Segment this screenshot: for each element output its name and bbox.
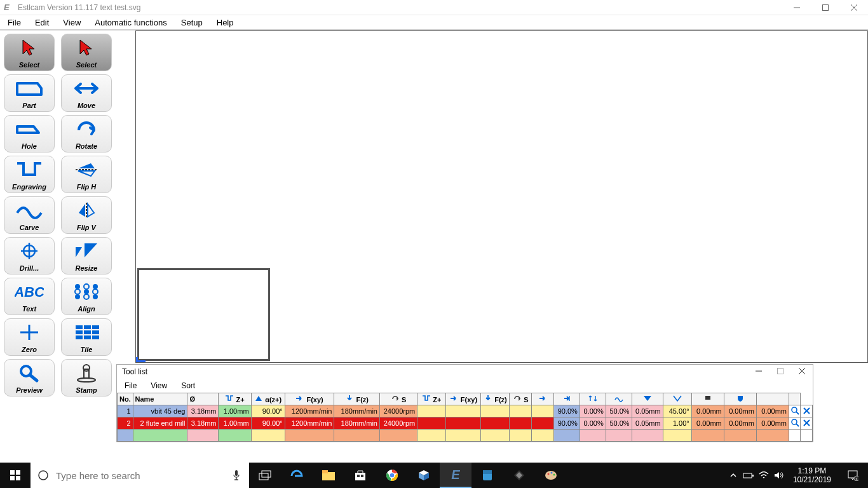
table-cell[interactable] (251, 430, 285, 442)
cortana-icon[interactable] (31, 470, 56, 481)
tool-part[interactable]: Part (4, 74, 55, 112)
table-cell[interactable] (532, 417, 554, 430)
start-button[interactable] (0, 463, 31, 488)
hdr-icon-vbit2[interactable] (663, 393, 691, 405)
minimize-button[interactable] (782, 0, 811, 15)
table-cell[interactable] (756, 430, 789, 442)
tool-align[interactable]: Align (61, 278, 112, 315)
hdr-s2[interactable]: S (510, 393, 532, 405)
tray-chevron-up-icon[interactable] (726, 471, 741, 479)
tool-select[interactable]: Select (4, 34, 55, 71)
mic-icon[interactable] (224, 470, 249, 481)
table-cell[interactable] (446, 430, 481, 442)
table-cell[interactable] (481, 430, 510, 442)
tray-volume-icon[interactable] (771, 471, 787, 480)
menu-help[interactable]: Help (217, 18, 234, 27)
hdr-diameter[interactable]: Ø (187, 393, 219, 405)
table-cell[interactable]: 90.0% (553, 417, 580, 430)
hdr-angle[interactable]: α(z+) (251, 393, 285, 405)
tray-wifi-icon[interactable] (756, 471, 771, 479)
tool-resize[interactable]: Resize (61, 237, 112, 274)
tool-carve[interactable]: Carve (4, 196, 55, 234)
table-cell[interactable]: 2 flute end mill (133, 417, 187, 430)
tray-battery-icon[interactable] (741, 471, 756, 479)
table-cell[interactable] (801, 430, 813, 442)
table-cell[interactable] (219, 430, 251, 442)
tool-zero[interactable]: Zero (4, 318, 55, 356)
table-cell[interactable] (334, 430, 380, 442)
table-cell[interactable] (532, 430, 554, 442)
tool-list-title-bar[interactable]: Tool list (117, 365, 813, 379)
tool-flipv[interactable]: Flip V (61, 196, 112, 234)
table-cell[interactable]: 0.00mm (724, 417, 756, 430)
table-cell[interactable] (510, 405, 532, 417)
table-cell[interactable] (417, 430, 446, 442)
table-cell[interactable] (446, 417, 481, 430)
table-cell[interactable] (663, 430, 691, 442)
table-cell[interactable]: 1.00° (663, 417, 691, 430)
file-explorer-icon[interactable] (313, 463, 344, 488)
hdr-icon-wave[interactable] (606, 393, 632, 405)
table-row[interactable]: 1vbit 45 deg3.18mm1.00mm90.00°1200mm/min… (118, 405, 813, 417)
table-cell[interactable]: 0.00% (580, 417, 606, 430)
table-cell[interactable]: 50.0% (606, 405, 632, 417)
hdr-icon-arrow[interactable] (532, 393, 554, 405)
app-cube-icon[interactable] (408, 463, 440, 488)
table-row-empty[interactable] (118, 430, 813, 442)
tool-select2[interactable]: Select (61, 34, 112, 71)
drawing-canvas[interactable] (135, 30, 868, 363)
tool-list-table[interactable]: No. Name Ø Z+ α(z+) F(xy) F(z) S Z+ F(xy… (117, 393, 813, 442)
menu-view[interactable]: View (63, 18, 81, 27)
table-cell[interactable] (510, 417, 532, 430)
table-cell[interactable] (691, 430, 724, 442)
table-cell[interactable]: 24000rpm (380, 417, 417, 430)
tool-fliph[interactable]: Flip H (61, 156, 112, 193)
table-cell[interactable] (580, 430, 606, 442)
tool-stamp[interactable]: Stamp (61, 359, 112, 396)
table-cell[interactable] (481, 417, 510, 430)
table-cell[interactable]: 180mm/min (334, 417, 380, 430)
tool-rotate[interactable]: Rotate (61, 115, 112, 152)
tl-minimize-button[interactable] (756, 367, 762, 376)
hdr-fxy2[interactable]: F(xy) (446, 393, 481, 405)
tool-drill[interactable]: Drill... (4, 237, 55, 274)
paint-icon[interactable] (535, 463, 567, 488)
tool-hole[interactable]: Hole (4, 115, 55, 152)
table-cell[interactable]: 90.00° (251, 405, 285, 417)
hdr-name[interactable]: Name (133, 393, 187, 405)
table-row[interactable]: 22 flute end mill3.18mm1.00mm90.00°1200m… (118, 417, 813, 430)
close-button[interactable] (839, 0, 868, 15)
table-cell[interactable] (632, 430, 663, 442)
table-cell[interactable] (789, 430, 801, 442)
table-cell[interactable]: 0.00mm (724, 405, 756, 417)
hdr-icon-vbit[interactable] (632, 393, 663, 405)
table-cell[interactable] (380, 430, 417, 442)
app-diamond-icon[interactable] (503, 463, 535, 488)
tool-engraving[interactable]: Engraving (4, 156, 55, 193)
tl-menu-file[interactable]: File (125, 381, 137, 390)
table-cell[interactable] (481, 405, 510, 417)
table-cell[interactable]: 50.0% (606, 417, 632, 430)
app-book-icon[interactable] (471, 463, 503, 488)
table-cell[interactable] (187, 430, 219, 442)
table-cell[interactable]: 90.0% (553, 405, 580, 417)
table-cell[interactable]: 45.00° (663, 405, 691, 417)
table-cell-icon[interactable] (789, 417, 801, 430)
taskbar-search[interactable] (31, 463, 249, 488)
table-cell[interactable] (532, 405, 554, 417)
table-cell[interactable] (285, 430, 334, 442)
table-cell[interactable]: 0.00mm (756, 417, 789, 430)
table-cell[interactable]: 180mm/min (334, 405, 380, 417)
tl-maximize-button[interactable] (777, 367, 783, 376)
table-cell-icon[interactable] (801, 417, 813, 430)
menu-automatic-functions[interactable]: Automatic functions (95, 18, 166, 27)
table-cell[interactable]: 1.00mm (219, 405, 251, 417)
table-cell[interactable] (510, 430, 532, 442)
hdr-fz2[interactable]: F(z) (481, 393, 510, 405)
table-cell[interactable]: 2 (118, 417, 133, 430)
tool-move[interactable]: Move (61, 74, 112, 112)
table-cell[interactable]: 1 (118, 405, 133, 417)
hdr-icon-blank2[interactable] (789, 393, 801, 405)
hdr-fz[interactable]: F(z) (334, 393, 380, 405)
table-cell[interactable] (446, 405, 481, 417)
